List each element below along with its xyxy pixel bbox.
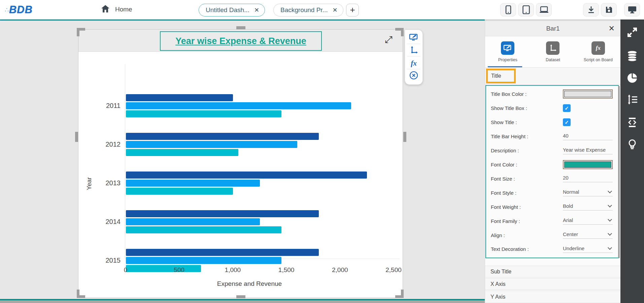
resize-handle-bottom-right[interactable]: [395, 290, 404, 298]
bar-2014-series-3[interactable]: [126, 226, 281, 233]
script-button[interactable]: fx: [407, 58, 420, 69]
home-button[interactable]: Home: [101, 5, 132, 14]
property-row: Title Bar Height :40: [486, 130, 618, 143]
chart-edit-icon: [409, 33, 418, 43]
tab-close-icon[interactable]: ✕: [254, 6, 259, 14]
logo-dots-icon: ∴: [5, 6, 8, 14]
section-header-y-axis[interactable]: Y Axis: [485, 291, 621, 303]
bar-2011-series-1[interactable]: [126, 94, 233, 101]
bar-2011-series-2[interactable]: [126, 102, 351, 109]
bar-2014-series-1[interactable]: [126, 210, 319, 217]
edit-chart-button[interactable]: [407, 33, 420, 44]
bar-2015-series-2[interactable]: [126, 257, 281, 264]
show-title-checkbox[interactable]: ✓: [563, 118, 571, 126]
property-row: Show Title :✓: [486, 116, 618, 129]
property-row: Font Style :Normal: [486, 186, 618, 199]
home-icon: [101, 5, 110, 14]
properties-chart-edit-icon: [501, 41, 514, 55]
title-box-color-picker[interactable]: [563, 89, 613, 99]
font-size-input[interactable]: 20: [563, 175, 613, 182]
property-label: Align :: [491, 232, 505, 238]
insights-button[interactable]: [620, 137, 644, 153]
tablet-icon: [522, 5, 530, 14]
bar-chart-widget[interactable]: Year wise Expense & Revenue ⤢ Expense an…: [78, 29, 403, 298]
tab-properties[interactable]: Properties: [485, 36, 530, 67]
layout-spacing-button[interactable]: [620, 92, 644, 108]
resize-handle-bottom-center[interactable]: [236, 295, 245, 298]
chevron-down-icon: [608, 231, 612, 236]
value-tick-label: 2,500: [379, 266, 408, 274]
save-button[interactable]: [601, 3, 617, 16]
chevron-down-icon: [608, 217, 612, 222]
mobile-preview-button[interactable]: [500, 3, 516, 16]
description-input[interactable]: Year wise Expense: [563, 147, 613, 154]
bar-2014-series-2[interactable]: [126, 218, 260, 225]
font-family-select[interactable]: Arial: [563, 217, 613, 225]
panel-close-icon[interactable]: ✕: [609, 24, 615, 33]
bar-2013-series-1[interactable]: [126, 172, 367, 179]
expand-panel-button[interactable]: [620, 25, 644, 41]
new-tab-button[interactable]: +: [346, 4, 359, 16]
tab-label: Dataset: [546, 58, 560, 62]
resize-handle-top-right[interactable]: [395, 28, 404, 36]
section-header-x-axis[interactable]: X Axis: [485, 278, 621, 290]
section-header-title[interactable]: Title: [485, 67, 621, 85]
bar-2012-series-2[interactable]: [126, 141, 297, 148]
chevron-down-icon: [608, 245, 612, 250]
chart-title-box: Year wise Expense & Revenue: [160, 31, 322, 51]
font-style-select[interactable]: Normal: [563, 189, 613, 196]
property-label: Description :: [491, 148, 519, 153]
bar-2013-series-3[interactable]: [126, 188, 233, 195]
resize-handle-left-middle[interactable]: [75, 132, 78, 142]
remove-widget-button[interactable]: [407, 70, 420, 82]
font-color-picker[interactable]: [563, 160, 613, 169]
category-tick-label: 2013: [92, 179, 121, 187]
swatch-color: [564, 161, 611, 168]
resize-handle-top-left[interactable]: [77, 28, 85, 36]
download-button[interactable]: [583, 3, 599, 16]
bar-2012-series-1[interactable]: [126, 133, 319, 140]
bar-2011-series-3[interactable]: [126, 110, 281, 117]
property-label: Font Weight :: [491, 204, 521, 210]
charts-button[interactable]: [620, 71, 644, 87]
datasets-button[interactable]: [620, 48, 644, 65]
axis-settings-button[interactable]: [407, 45, 420, 56]
horizontal-scrollbar[interactable]: [0, 300, 485, 303]
home-label: Home: [115, 6, 132, 13]
chevron-down-icon: [608, 189, 612, 193]
bdb-logo[interactable]: ∴ BDB: [5, 3, 33, 16]
show-title-box-checkbox[interactable]: ✓: [563, 104, 571, 112]
panel-scrollbar[interactable]: [618, 86, 620, 258]
canvas-top-border: [0, 20, 485, 21]
property-label: Font Size :: [491, 176, 515, 182]
resize-handle-right-middle[interactable]: [403, 132, 406, 142]
resize-handle-top-center[interactable]: [236, 26, 245, 29]
align-select[interactable]: Center: [563, 231, 613, 239]
title-bar-height-input[interactable]: 40: [563, 133, 613, 140]
tablet-preview-button[interactable]: [518, 3, 534, 16]
text-decoration-select[interactable]: Underline: [563, 245, 613, 253]
preview-monitor-button[interactable]: [624, 3, 640, 16]
resize-handle-bottom-left[interactable]: [77, 290, 85, 298]
widget-maximize-icon[interactable]: ⤢: [385, 34, 392, 45]
tab-script-on-board[interactable]: fx Script on Board: [576, 36, 621, 67]
custom-script-button[interactable]: [620, 115, 644, 131]
section-header-sub-title[interactable]: Sub Title: [485, 266, 621, 277]
script-fx-icon: fx: [591, 41, 605, 55]
widget-toolbar: fx: [405, 30, 423, 85]
bar-2013-series-2[interactable]: [126, 180, 260, 187]
font-weight-select[interactable]: Bold: [563, 203, 613, 211]
tab-background-properties[interactable]: Background Pr... ✕: [273, 4, 343, 16]
laptop-preview-button[interactable]: [536, 3, 552, 16]
select-value: Arial: [563, 217, 573, 223]
tab-close-icon[interactable]: ✕: [332, 6, 337, 14]
select-value: Center: [563, 231, 578, 237]
tab-untitled-dashboard[interactable]: Untitled Dash... ✕: [199, 4, 265, 16]
bar-2012-series-3[interactable]: [126, 149, 238, 156]
save-icon: [605, 6, 613, 14]
bar-2015-series-1[interactable]: [126, 249, 319, 256]
tab-dataset[interactable]: Dataset: [530, 36, 575, 67]
property-row: Title Box Color :: [486, 87, 618, 101]
widget-title-bar: Year wise Expense & Revenue ⤢: [78, 30, 403, 52]
property-row: Text Decoration :Underline: [486, 242, 618, 256]
